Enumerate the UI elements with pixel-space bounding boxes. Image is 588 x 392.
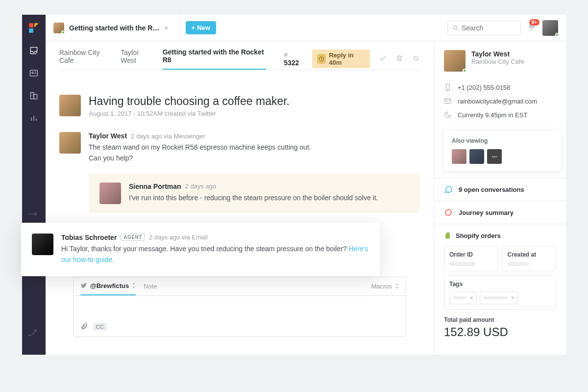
macros-button[interactable]: Macros xyxy=(371,278,399,295)
shopify-order-id-cell: Order ID xyxy=(444,246,498,271)
gear-icon[interactable] xyxy=(412,54,420,64)
reply-author: Tobias Schroeter xyxy=(61,234,117,241)
thread-avatar xyxy=(59,95,81,116)
internal-note: Sienna Portman 2 days ago I've run into … xyxy=(89,174,420,213)
decorative-arrow-icon xyxy=(28,211,40,217)
composer-textarea[interactable] xyxy=(74,296,406,317)
decorative-arrow-icon xyxy=(28,329,40,337)
customer-email-row: rainbowcitycafe@gmail.com xyxy=(444,94,556,108)
notifications-button[interactable]: 9+ xyxy=(527,22,537,33)
shopify-title: Shopify orders xyxy=(456,232,501,239)
close-tab-icon[interactable]: × xyxy=(164,24,168,32)
message-author: Taylor West xyxy=(89,132,127,140)
note-avatar xyxy=(99,183,121,204)
note-meta: 2 days ago xyxy=(185,183,217,190)
customer-time-row: Currently 9.45pm in EST xyxy=(444,108,556,122)
app-logo xyxy=(27,22,40,34)
customer-phone: +1 (202) 555-0158 xyxy=(458,84,510,91)
reply-timer-label: Reply in 40m xyxy=(329,52,365,66)
svg-rect-2 xyxy=(30,92,34,99)
agent-badge: AGENT xyxy=(121,234,145,241)
thread-title: Having trouble choosing a coffee maker. xyxy=(89,95,290,108)
search-input[interactable] xyxy=(462,24,515,32)
customer-company: Rainbow City Cafe xyxy=(471,58,524,65)
reply-meta: 2 days ago via Email xyxy=(149,234,208,241)
shopify-tag[interactable]: × xyxy=(480,291,518,304)
reply-text: Hi Taylor, thanks for your message. Have… xyxy=(61,243,369,265)
profile-avatar[interactable] xyxy=(542,20,558,36)
shopify-icon xyxy=(444,231,452,240)
notification-badge: 9+ xyxy=(529,19,539,26)
viewer-more[interactable]: ••• xyxy=(487,149,502,164)
customer-panel: Taylor West Rainbow City Cafe +1 (202) 5… xyxy=(434,41,566,355)
plus-icon: + xyxy=(192,24,196,31)
shopify-tags-cell: Tags × × xyxy=(444,275,556,310)
note-author: Sienna Portman xyxy=(129,183,181,190)
breadcrumb-row: Rainbow City Cafe Taylor West Getting st… xyxy=(46,41,434,70)
viewer-avatar[interactable] xyxy=(469,149,484,164)
composer: @Brewfictus Note Macros xyxy=(73,277,406,337)
moon-icon xyxy=(444,111,452,119)
twitter-icon xyxy=(80,282,87,289)
trash-icon[interactable] xyxy=(395,54,403,64)
svg-rect-8 xyxy=(445,99,451,103)
journey-label: Journey summary xyxy=(459,209,514,216)
reply-avatar xyxy=(32,234,53,255)
breadcrumb-ticket[interactable]: Getting started with the Rocket R8 xyxy=(163,48,267,70)
agent-reply-card: Tobias Schroeter AGENT 2 days ago via Em… xyxy=(21,223,380,276)
active-tab[interactable]: Getting started with the R… × xyxy=(53,15,180,41)
check-icon[interactable] xyxy=(379,54,387,64)
composer-handle: @Brewfictus xyxy=(90,282,129,289)
macros-label: Macros xyxy=(371,283,392,290)
attachment-icon[interactable] xyxy=(80,322,88,332)
message-meta: 2 days ago via Messenger xyxy=(131,132,205,140)
also-viewing-card: Also viewing ••• xyxy=(444,131,561,171)
email-icon xyxy=(444,97,452,105)
new-button-label: New xyxy=(197,24,210,31)
inbox-icon[interactable] xyxy=(27,44,40,57)
svg-rect-0 xyxy=(30,70,38,76)
reports-icon[interactable] xyxy=(27,112,40,125)
open-conversations-label: 9 open conversations xyxy=(459,186,524,193)
reply-timer[interactable]: Reply in 40m xyxy=(312,50,370,68)
customer-time: Currently 9.45pm in EST xyxy=(458,111,527,119)
search-input-wrap[interactable] xyxy=(447,21,521,35)
thread: Having trouble choosing a coffee maker. … xyxy=(46,70,434,337)
message: Taylor West 2 days ago via Messenger The… xyxy=(59,132,420,164)
composer-tab-note[interactable]: Note xyxy=(144,278,157,295)
message-text: The steam wand on my Rocket R58 espresso… xyxy=(89,142,420,164)
phone-icon xyxy=(444,83,452,91)
sidebar xyxy=(22,15,46,355)
total-paid-label: Total paid amount xyxy=(444,316,556,323)
new-button[interactable]: + New xyxy=(186,21,216,34)
circle-icon xyxy=(444,208,453,217)
thread-meta: August 1, 2017 - 10:52AM created via Twi… xyxy=(89,110,290,117)
shopify-tags-label: Tags xyxy=(449,281,551,287)
sort-icon xyxy=(132,283,136,288)
contact-card-icon[interactable] xyxy=(27,67,40,79)
svg-point-1 xyxy=(32,72,33,74)
chat-icon xyxy=(444,185,453,194)
note-text: I've run into this before - reducing the… xyxy=(129,192,409,203)
breadcrumb-org[interactable]: Rainbow City Cafe xyxy=(59,49,112,69)
shopify-order-id-label: Order ID xyxy=(449,251,493,258)
customer-name: Taylor West xyxy=(471,50,524,58)
journey-section[interactable]: Journey summary xyxy=(434,201,566,224)
topbar: Getting started with the R… × + New 9+ xyxy=(46,15,566,41)
viewer-avatar[interactable] xyxy=(452,149,466,164)
tab-avatar xyxy=(53,23,64,33)
organization-icon[interactable] xyxy=(27,89,40,102)
svg-rect-3 xyxy=(34,95,37,99)
message-avatar xyxy=(59,132,81,154)
breadcrumb-person[interactable]: Taylor West xyxy=(121,49,153,69)
tab-title: Getting started with the R… xyxy=(69,24,159,32)
open-conversations-section[interactable]: 9 open conversations xyxy=(434,178,566,201)
composer-tab-twitter[interactable]: @Brewfictus xyxy=(80,277,136,295)
shopify-created-cell: Created at xyxy=(502,246,557,271)
shopify-created-label: Created at xyxy=(508,251,551,258)
shopify-tag[interactable]: × xyxy=(449,291,477,304)
svg-point-4 xyxy=(454,26,457,29)
clock-icon xyxy=(317,54,326,64)
cc-chip[interactable]: CC xyxy=(93,323,107,331)
customer-phone-row: +1 (202) 555-0158 xyxy=(444,80,556,94)
